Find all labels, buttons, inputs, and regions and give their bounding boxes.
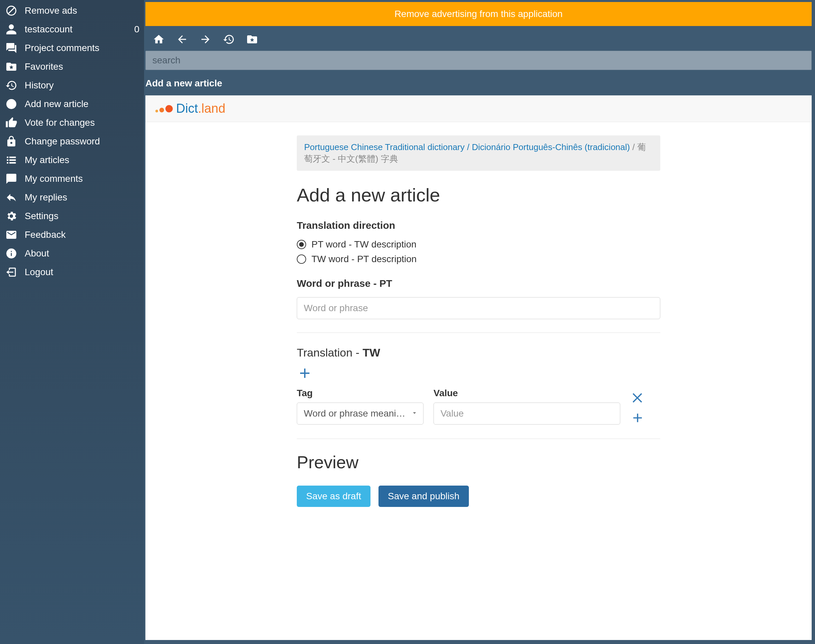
forward-button[interactable] [199,33,212,46]
arrow-left-icon [176,33,188,45]
breadcrumb-main[interactable]: Portuguese Chinese Traditional dictionar… [304,142,630,152]
value-input[interactable] [434,403,620,425]
logout-icon [4,265,19,279]
form-title: Add a new article [297,184,660,206]
history-icon [223,33,235,45]
radio-icon [297,255,306,264]
home-button[interactable] [152,33,165,46]
toolbar [144,28,813,51]
gear-icon [4,209,19,224]
arrow-right-icon [199,33,211,45]
sidebar-item-label: My comments [25,173,139,184]
tag-select[interactable] [297,403,423,425]
sidebar-item-label: History [25,80,139,91]
info-icon [4,246,19,261]
breadcrumb-sep: / [630,142,637,152]
translation-label: Translation - TW [297,346,660,359]
add-tag-button[interactable] [630,411,645,425]
radio-label: TW word - PT description [311,254,417,264]
remove-tag-button[interactable] [630,391,645,405]
forum-icon [4,41,19,55]
brand-name-b: .land [198,101,225,115]
radio-tw-pt[interactable]: TW word - PT description [297,254,660,264]
save-publish-button[interactable]: Save and publish [378,486,469,507]
sidebar-item-label: Remove ads [25,5,139,16]
brand-logo[interactable]: Dict.land [155,101,225,116]
lock-icon [4,134,19,149]
sidebar: Remove ads testaccount 0 Project comment… [0,0,144,644]
brand-dots-icon [155,105,173,112]
sidebar-item-add-article[interactable]: Add new article [0,95,144,113]
sidebar-item-label: Feedback [25,230,139,240]
sidebar-item-feedback[interactable]: Feedback [0,225,144,244]
direction-label: Translation direction [297,220,660,231]
word-label: Word or phrase - PT [297,278,660,289]
sidebar-item-label: My articles [25,155,139,166]
plus-circle-icon [4,97,19,111]
sidebar-item-remove-ads[interactable]: Remove ads [0,2,144,20]
sidebar-item-settings[interactable]: Settings [0,207,144,225]
home-icon [153,33,165,45]
plus-icon [630,411,645,425]
sidebar-item-logout[interactable]: Logout [0,263,144,282]
breadcrumb: Portuguese Chinese Traditional dictionar… [297,135,660,171]
radio-icon [297,240,306,249]
sidebar-item-vote[interactable]: Vote for changes [0,113,144,132]
folder-star-icon [4,59,19,74]
page-title: Add a new article [144,73,813,95]
sidebar-item-my-articles[interactable]: My articles [0,151,144,169]
history-icon [4,78,19,93]
sidebar-item-my-comments[interactable]: My comments [0,169,144,188]
sidebar-item-my-replies[interactable]: My replies [0,188,144,207]
value-col-label: Value [434,388,620,399]
sidebar-item-label: testaccount [25,24,134,35]
plus-icon [297,365,313,381]
remove-ads-banner[interactable]: Remove advertising from this application [146,2,812,26]
sidebar-item-label: Settings [25,211,139,221]
refresh-icon [798,626,810,638]
word-input[interactable] [297,297,660,319]
tag-row: Tag Value [297,388,660,425]
sidebar-item-account[interactable]: testaccount 0 [0,20,144,39]
thumbs-icon [4,115,19,130]
search-wrap [144,51,813,73]
mail-icon [4,227,19,242]
radio-pt-tw[interactable]: PT word - TW description [297,239,660,250]
block-icon [4,3,19,18]
sidebar-item-favorites[interactable]: Favorites [0,57,144,76]
person-icon [4,22,19,37]
radio-label: PT word - TW description [311,239,417,250]
close-icon [630,391,645,405]
save-draft-button[interactable]: Save as draft [297,486,371,507]
content-frame: Dict.land Portuguese Chinese Traditional… [146,95,812,640]
history-button[interactable] [222,33,236,46]
sidebar-item-label: Add new article [25,99,139,109]
add-translation-button[interactable] [297,365,313,381]
reply-icon [4,190,19,205]
favorites-button[interactable] [245,33,259,46]
sidebar-item-label: Change password [25,136,139,147]
list-icon [4,153,19,167]
back-button[interactable] [175,33,189,46]
brand-name-a: Dict [176,101,198,115]
sidebar-item-history[interactable]: History [0,76,144,95]
account-badge: 0 [134,24,139,35]
sidebar-item-about[interactable]: About [0,244,144,263]
sidebar-item-label: Project comments [25,43,139,54]
sidebar-item-label: Vote for changes [25,117,139,128]
brand-bar: Dict.land [146,95,812,122]
search-input[interactable] [146,51,812,70]
sidebar-item-label: Favorites [25,61,139,72]
preview-heading: Preview [297,452,660,472]
main-panel: Remove advertising from this application… [144,0,815,644]
comment-icon [4,172,19,186]
folder-star-icon [246,33,258,45]
sidebar-item-label: My replies [25,192,139,203]
refresh-button[interactable] [798,626,810,639]
sidebar-item-label: Logout [25,267,139,278]
sidebar-item-change-password[interactable]: Change password [0,132,144,151]
tag-col-label: Tag [297,388,423,399]
sidebar-item-label: About [25,248,139,259]
sidebar-item-project-comments[interactable]: Project comments [0,39,144,57]
